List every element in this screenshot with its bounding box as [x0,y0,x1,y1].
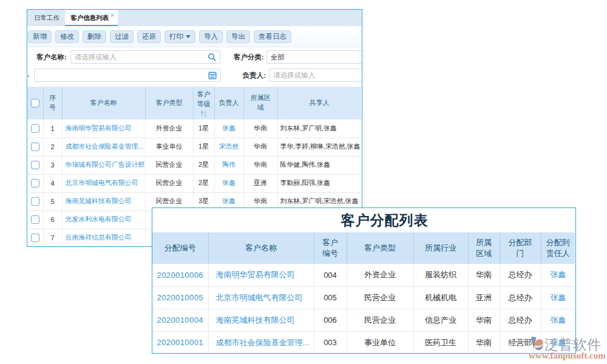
cell-name[interactable]: 华瑞城有限公司广告设计部 [62,156,145,174]
cell-region: 华南 [243,156,277,174]
toolbar-button-3[interactable]: 删除 [83,30,106,43]
cell-shared: 李华,李婷,柳琳,宋浩然,张鑫 [277,138,361,156]
cell-region: 亚洲 [243,174,277,192]
customer-row: 3华瑞城有限公司广告设计部民营企业2星陶伟华南陈华健,陶伟,张鑫 [27,156,361,174]
owner-input[interactable]: 请选择或输入 [269,69,362,82]
tab-bar: 日常工作 客户信息列表 × [27,10,362,26]
row-checkbox[interactable] [27,156,43,174]
row-checkbox[interactable] [27,174,43,192]
cell-name[interactable]: 北京市明城电气有限公司 [208,286,314,309]
cell-assignee[interactable]: 张鑫 [541,264,575,286]
customer-category-select[interactable]: 全部 [266,50,362,64]
tab-daily-work[interactable]: 日常工作 [29,10,65,26]
toolbar-button-label: 导出 [231,32,245,41]
checkbox[interactable] [31,197,39,206]
column-header: 所属 区域 [468,232,500,264]
checkbox[interactable] [31,234,39,242]
row-checkbox[interactable] [27,211,43,229]
row-checkbox[interactable] [27,229,43,247]
cell-owner[interactable]: 张鑫 [214,174,243,192]
toolbar-button-7[interactable]: 导入 [199,30,223,43]
tab-customer-info-list[interactable]: 客户信息列表 × [65,10,118,26]
column-header: 客户名称 [62,87,145,120]
allocation-row: 2020010001成都市社会保险基金管理...003事业单位医药卫生华南经营部… [152,331,575,354]
select-all-checkbox[interactable] [27,87,43,120]
cell-name[interactable]: 海南明华贸易有限公司 [62,120,145,138]
cell-alloc_no[interactable]: 2020010006 [152,264,208,286]
cell-level: 1星 [193,120,214,138]
customer-row: 4北京市明城电气有限公司民营企业2星张鑫亚洲李勤丽,阳强,张鑫 [27,174,361,192]
sort-icon[interactable] [194,110,214,116]
checkbox[interactable] [31,215,39,224]
column-header: 客户 等级 [193,87,214,120]
cell-industry: 信息产业 [413,309,468,331]
cell-alloc_no[interactable]: 2020010005 [152,286,208,309]
cell-alloc_no[interactable]: 2020010004 [152,309,208,331]
checkbox[interactable] [31,99,39,107]
cell-level: 1星 [193,138,214,156]
toolbar-button-label: 过滤 [115,32,129,41]
cell-name[interactable]: 成都市社会保险基金管理... [208,331,314,354]
cell-shared: 李勤丽,阳强,张鑫 [277,174,361,192]
cell-assignee[interactable]: 张鑫 [541,331,575,354]
cell-shared: 陈华健,陶伟,张鑫 [277,156,361,174]
cell-region: 华南 [243,138,277,156]
column-header: 分配编号 [152,232,208,264]
cell-type: 民营企业 [347,309,413,331]
cell-region: 华南 [243,120,277,138]
cell-region: 华南 [468,309,500,331]
date-input[interactable] [34,69,221,82]
cell-seq: 5 [43,192,62,211]
toolbar-button-1[interactable]: 新增 [28,30,52,43]
cell-type: 事业单位 [145,138,193,156]
allocation-table-header-row: 分配编号客户名称客户 编号客户类型所属行业所属 区域分配部 门分配到 责任人 [152,232,575,264]
row-checkbox[interactable] [27,138,43,156]
cell-cust_no: 005 [314,286,347,309]
toolbar-button-label: 新增 [33,32,47,41]
checkbox[interactable] [31,161,39,169]
cell-name[interactable]: 海南芜城科技有限公司 [62,192,145,211]
column-header: 客户 编号 [314,232,347,264]
column-header: 客户类型 [347,232,413,264]
checkbox[interactable] [31,179,39,187]
cell-name[interactable]: 海南芜城科技有限公司 [208,309,314,331]
cell-name[interactable]: 北京市明城电气有限公司 [62,174,145,192]
cell-owner[interactable]: 宋浩然 [214,138,243,156]
customer-name-placeholder: 请选择或输入 [75,53,117,62]
cell-name[interactable]: 云南海祥信息有限公司 [62,229,145,247]
cell-seq: 6 [43,211,62,229]
row-checkbox[interactable] [27,120,43,138]
checkbox[interactable] [31,124,39,133]
cell-assignee[interactable]: 张鑫 [541,309,575,331]
cell-assignee[interactable]: 张鑫 [541,286,575,309]
cell-name[interactable]: 光发水利水电有限公司 [62,211,145,229]
cell-owner[interactable]: 陶伟 [214,156,243,174]
allocation-row: 2020010005北京市明城电气有限公司005民营企业机械机电亚洲总经办张鑫 [152,286,575,309]
cell-region: 华南 [468,264,500,286]
allocation-row: 2020010006海南明华贸易有限公司004外资企业服装纺织华南总经办张鑫 [152,264,575,286]
toolbar-button-8[interactable]: 导出 [226,30,250,43]
toolbar-button-2[interactable]: 修改 [55,30,79,43]
checkbox[interactable] [31,143,39,151]
cell-seq: 7 [43,229,62,247]
search-icon[interactable] [208,53,216,61]
cell-owner[interactable]: 张鑫 [214,120,243,138]
toolbar-button-4[interactable]: 过滤 [110,30,134,43]
cell-region: 亚洲 [468,286,500,309]
cell-name[interactable]: 海南明华贸易有限公司 [208,264,314,286]
tab-close-icon[interactable]: × [110,12,114,18]
toolbar-button-label: 导入 [204,32,218,41]
row-checkbox[interactable] [27,192,43,211]
calendar-icon[interactable] [208,71,217,79]
cell-industry: 医药卫生 [413,331,468,354]
tab-label: 客户信息列表 [70,14,109,22]
customer-category-value: 全部 [271,53,285,62]
toolbar-button-6[interactable]: 打印 [164,30,195,43]
cell-alloc_no[interactable]: 2020010001 [152,331,208,354]
toolbar-button-5[interactable]: 还原 [137,30,161,43]
cell-name[interactable]: 成都市社会保险基金管理... [62,138,145,156]
cell-dept: 总经办 [500,264,541,286]
cell-cust_no: 006 [314,309,347,331]
customer-name-input[interactable]: 请选择或输入 [70,50,220,64]
toolbar-button-9[interactable]: 查看日志 [254,30,291,43]
